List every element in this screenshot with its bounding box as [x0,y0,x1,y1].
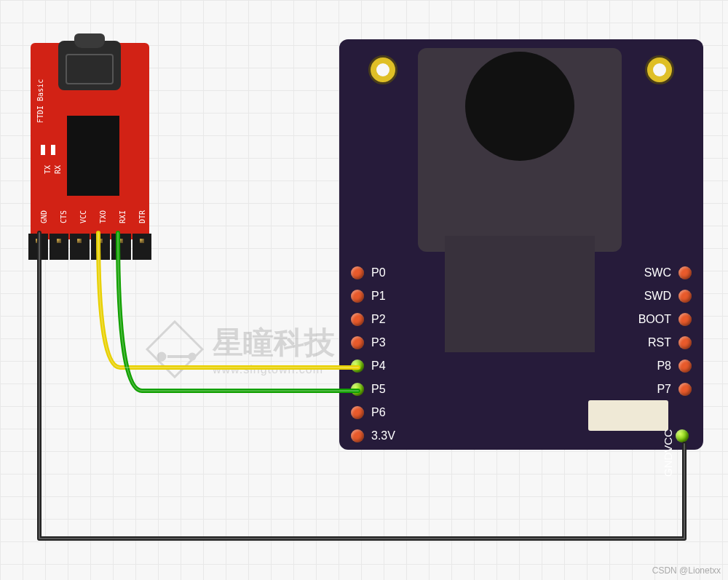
camera-module-board: P0 P1 P2 P3 P4 P5 P6 3.3V SWC SWD BOOT R… [339,39,703,450]
header-pin-vcc[interactable] [70,234,90,260]
camera-housing [418,48,622,252]
left-pin-row: P0 P1 P2 P3 P4 P5 P6 3.3V [351,265,395,444]
watermark-url: www.singtown.com [213,363,335,376]
pin-swd[interactable]: SWD [644,288,692,304]
pin-rst[interactable]: RST [648,335,692,351]
rx-label: RX [54,165,62,174]
svg-point-0 [158,353,165,360]
pad-icon [351,383,364,396]
pin-p4[interactable]: P4 [351,358,395,374]
mounting-hole-tr [645,55,674,84]
pin-p2[interactable]: P2 [351,311,395,327]
pad-icon [678,313,692,326]
ftdi-board: FTDI Basic TX RX GND CTS VCC TXO RXI DTR… [31,43,149,239]
pin-gndvcc[interactable] [676,428,689,444]
tx-led [41,145,45,155]
pad-icon [351,313,364,326]
svg-point-1 [189,354,195,359]
pad-icon [351,429,364,442]
watermark-logo-icon [146,320,204,378]
gndvcc-label: GNDVCC [662,429,674,477]
pad-icon [678,266,692,279]
camera-processor-ic [445,236,595,352]
wire-rxi [118,233,358,391]
header-pin-gnd[interactable] [28,234,48,260]
pad-icon [351,336,364,349]
pin-p6[interactable]: P6 [351,405,395,421]
pin-p1[interactable]: P1 [351,288,395,304]
pin-p3[interactable]: P3 [351,335,395,351]
pad-icon [678,336,692,349]
watermark-brand: 星瞳科技 [213,322,335,363]
ftdi-pin-vcc: VCC [79,210,87,223]
pad-icon [678,383,692,396]
ftdi-ic-chip [67,116,119,196]
pin-p7[interactable]: P7 [657,381,692,397]
pad-icon [351,290,364,303]
pad-icon [678,290,692,303]
header-pin-dtr[interactable] [132,234,152,260]
ftdi-pin-dtr: DTR [138,210,146,223]
usb-mini-connector [58,41,121,90]
ftdi-pin-txo: TXO [99,210,107,223]
pad-icon [351,359,364,373]
ftdi-pin-cts: CTS [60,210,68,223]
pad-icon [351,406,364,419]
pad-icon [351,266,364,279]
pin-p8[interactable]: P8 [657,358,692,374]
ftdi-pin-header[interactable] [28,234,152,260]
right-pin-row: SWC SWD BOOT RST P8 P7 [638,265,692,397]
ftdi-title: FTDI Basic [36,79,44,123]
watermark: 星瞳科技 www.singtown.com [146,320,335,378]
pin-swc[interactable]: SWC [644,265,692,281]
camera-lens [465,52,574,161]
ftdi-pin-gnd: GND [40,210,48,223]
ftdi-pin-rxi: RXI [119,210,127,223]
rx-led [51,145,55,155]
pin-3v3[interactable]: 3.3V [351,428,395,444]
pin-boot[interactable]: BOOT [638,311,692,327]
pin-p5[interactable]: P5 [351,381,395,397]
mounting-hole-tl [368,55,397,84]
flex-connector [588,400,668,431]
pad-icon [676,429,689,442]
pad-icon [678,359,692,373]
header-pin-cts[interactable] [50,234,69,260]
header-pin-rxi[interactable] [111,234,131,260]
header-pin-txo[interactable] [91,234,111,260]
pin-p0[interactable]: P0 [351,265,395,281]
wire-rxi [118,233,358,391]
credit-text: CSDN @Lionetxx [652,565,721,576]
tx-label: TX [44,165,52,174]
